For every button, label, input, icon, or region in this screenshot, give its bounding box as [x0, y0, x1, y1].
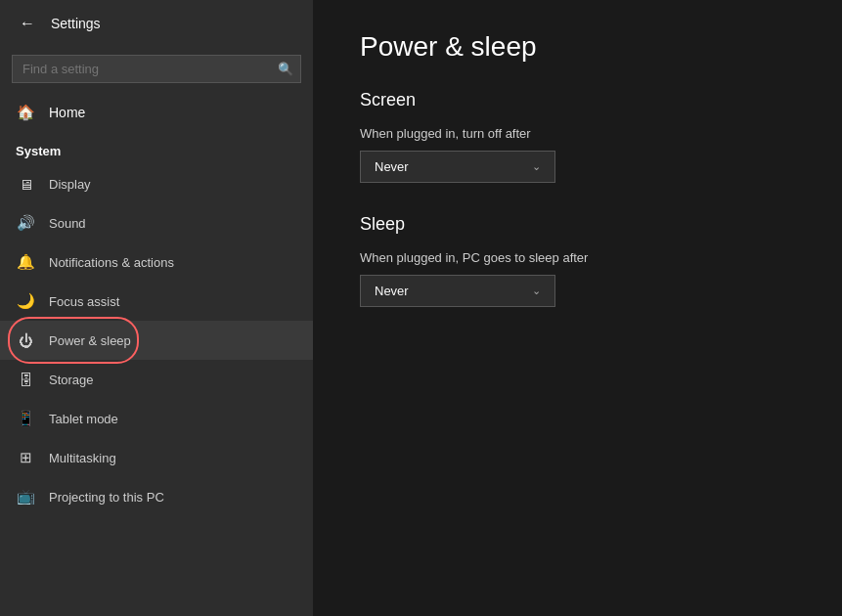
display-icon: 🖥 — [16, 174, 35, 194]
nav-label-projecting: Projecting to this PC — [49, 490, 164, 505]
sound-icon: 🔊 — [16, 213, 35, 233]
screen-dropdown-value: Never — [375, 159, 409, 174]
settings-title: Settings — [51, 16, 101, 31]
nav-label-storage: Storage — [49, 373, 94, 387]
nav-item-power[interactable]: ⏻ Power & sleep — [0, 321, 313, 360]
nav-item-display[interactable]: 🖥 Display — [0, 164, 313, 203]
sleep-title: Sleep — [360, 214, 795, 235]
home-label: Home — [49, 105, 85, 120]
storage-icon: 🗄 — [16, 370, 35, 389]
screen-dropdown[interactable]: Never ⌄ — [360, 151, 555, 183]
focus-icon: 🌙 — [16, 291, 35, 311]
nav-item-projecting[interactable]: 📺 Projecting to this PC — [0, 477, 313, 516]
search-input[interactable] — [12, 55, 301, 83]
projecting-icon: 📺 — [16, 487, 35, 506]
screen-dropdown-wrap: Never ⌄ — [360, 151, 795, 183]
nav-item-notifications[interactable]: 🔔 Notifications & actions — [0, 242, 313, 282]
search-box: 🔍 — [12, 55, 301, 83]
nav-label-display: Display — [49, 177, 91, 192]
nav-label-focus: Focus assist — [49, 294, 119, 309]
page-title: Power & sleep — [360, 31, 795, 63]
nav-item-sound[interactable]: 🔊 Sound — [0, 203, 313, 242]
sleep-setting-label: When plugged in, PC goes to sleep after — [360, 250, 795, 265]
nav-item-tablet[interactable]: 📱 Tablet mode — [0, 399, 313, 438]
sleep-dropdown-value: Never — [375, 284, 409, 298]
nav-item-storage[interactable]: 🗄 Storage — [0, 360, 313, 399]
nav-item-focus[interactable]: 🌙 Focus assist — [0, 282, 313, 321]
sidebar-header: ← Settings — [0, 0, 313, 47]
nav-label-power: Power & sleep — [49, 333, 131, 348]
screen-title: Screen — [360, 90, 795, 110]
nav-label-notifications: Notifications & actions — [49, 255, 174, 270]
sleep-section: Sleep When plugged in, PC goes to sleep … — [360, 214, 795, 307]
screen-setting-label: When plugged in, turn off after — [360, 126, 795, 141]
nav-label-multitasking: Multitasking — [49, 451, 116, 465]
tablet-icon: 📱 — [16, 409, 35, 428]
nav-label-tablet: Tablet mode — [49, 412, 118, 426]
back-button[interactable]: ← — [16, 11, 39, 36]
sleep-dropdown-arrow: ⌄ — [532, 285, 541, 297]
screen-dropdown-arrow: ⌄ — [532, 160, 541, 173]
sleep-dropdown[interactable]: Never ⌄ — [360, 275, 555, 307]
sleep-dropdown-wrap: Never ⌄ — [360, 275, 795, 307]
multitasking-icon: ⊞ — [16, 448, 35, 467]
screen-section: Screen When plugged in, turn off after N… — [360, 90, 795, 183]
power-icon: ⏻ — [16, 330, 35, 350]
nav-label-sound: Sound — [49, 216, 86, 231]
system-label: System — [0, 134, 313, 164]
notifications-icon: 🔔 — [16, 252, 35, 272]
sidebar-item-home[interactable]: 🏠 Home — [0, 91, 313, 134]
home-icon: 🏠 — [16, 103, 35, 122]
nav-item-multitasking[interactable]: ⊞ Multitasking — [0, 438, 313, 477]
search-icon: 🔍 — [278, 62, 293, 76]
main-content: Power & sleep Screen When plugged in, tu… — [313, 0, 842, 616]
sidebar: ← Settings 🔍 🏠 Home System 🖥 Display 🔊 S… — [0, 0, 313, 616]
